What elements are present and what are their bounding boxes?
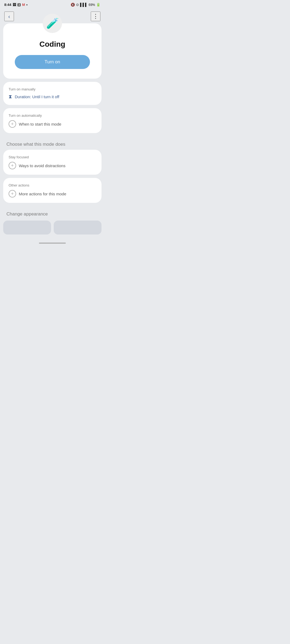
back-button[interactable]: ‹ xyxy=(4,12,14,21)
automatic-section-card: Turn on automatically + When to start th… xyxy=(3,108,102,133)
turn-on-button[interactable]: Turn on xyxy=(15,55,90,69)
add-schedule-text: When to start this mode xyxy=(19,122,61,126)
back-icon: ‹ xyxy=(8,13,10,20)
more-options-button[interactable]: ⋮ xyxy=(91,12,100,21)
other-actions-card: Other actions + More actions for this mo… xyxy=(3,178,102,203)
add-actions-row[interactable]: + More actions for this mode xyxy=(9,190,96,197)
add-distraction-text: Ways to avoid distractions xyxy=(19,163,66,168)
hourglass-icon: ⧗ xyxy=(9,94,12,100)
add-distraction-icon: + xyxy=(9,162,16,169)
manual-section-label: Turn on manually xyxy=(9,87,96,91)
status-gmail-icon: M xyxy=(22,3,25,7)
status-signal-icon: ▌▌▌ xyxy=(80,3,88,7)
status-time: 8:44 🖼 3 M • xyxy=(4,3,28,7)
other-actions-label: Other actions xyxy=(9,183,96,187)
home-indicator xyxy=(39,243,66,244)
status-battery-icon: 🔋 xyxy=(96,3,100,7)
status-calendar-icon: 3 xyxy=(17,3,21,6)
add-schedule-icon: + xyxy=(9,120,16,128)
hero-card: 🧪 Coding Turn on xyxy=(3,23,102,79)
appearance-option-1[interactable] xyxy=(3,221,51,235)
status-battery: 69% xyxy=(89,3,95,7)
add-actions-icon: + xyxy=(9,190,16,197)
time-display: 8:44 xyxy=(4,3,11,7)
status-mute-icon: 🔇 xyxy=(71,3,75,7)
status-photo-icon: 🖼 xyxy=(13,3,16,7)
status-dot: • xyxy=(26,3,28,7)
flask-icon: 🧪 xyxy=(46,17,59,29)
automatic-section-label: Turn on automatically xyxy=(9,114,96,118)
stay-focused-label: Stay focused xyxy=(9,155,96,159)
appearance-pills xyxy=(0,221,105,240)
hero-icon-wrapper: 🧪 xyxy=(43,14,62,33)
manual-section-card: Turn on manually ⧗ Duration: Until I tur… xyxy=(3,82,102,105)
add-actions-text: More actions for this mode xyxy=(19,192,66,196)
choose-mode-heading: Choose what this mode does xyxy=(0,136,105,150)
duration-text: Duration: Until I turn it off xyxy=(15,94,59,99)
mode-title: Coding xyxy=(39,40,65,49)
status-right-icons: 🔇 ⊙ ▌▌▌ 69% 🔋 xyxy=(71,3,100,7)
add-schedule-row[interactable]: + When to start this mode xyxy=(9,120,96,128)
status-bar: 8:44 🖼 3 M • 🔇 ⊙ ▌▌▌ 69% 🔋 xyxy=(0,0,105,8)
duration-row[interactable]: ⧗ Duration: Until I turn it off xyxy=(9,94,96,100)
more-icon: ⋮ xyxy=(93,13,99,20)
appearance-option-2[interactable] xyxy=(54,221,102,235)
stay-focused-card: Stay focused + Ways to avoid distraction… xyxy=(3,150,102,175)
add-distraction-row[interactable]: + Ways to avoid distractions xyxy=(9,162,96,169)
bottom-indicator xyxy=(0,240,105,245)
change-appearance-heading: Change appearance xyxy=(0,206,105,221)
status-hotspot-icon: ⊙ xyxy=(76,3,79,7)
